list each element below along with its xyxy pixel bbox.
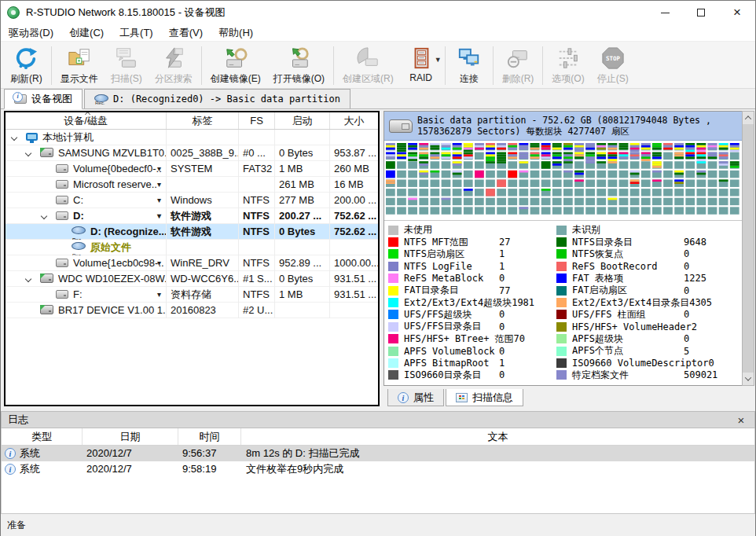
legend-item: Ext2/Ext3/Ext4超级块1981 bbox=[388, 296, 556, 308]
table-row-br17-device[interactable]: BR17 DEVICE V1.00 1.... 20160823#2 U... bbox=[6, 303, 378, 318]
legend-label: 特定档案文件 bbox=[572, 369, 684, 382]
create-image-button[interactable]: 创建镜像(E) bbox=[204, 43, 267, 88]
log-row[interactable]: 系统 2020/12/7 9:58:19 文件枚举在9秒内完成 bbox=[2, 461, 754, 477]
legend-count: 70 bbox=[514, 333, 525, 344]
create-region-button[interactable]: 创建区域(R) bbox=[336, 43, 400, 88]
legend-count: 1 bbox=[499, 358, 505, 369]
legend-item: 未使用 bbox=[388, 224, 556, 236]
tab-scan-information[interactable]: 扫描信息 bbox=[446, 389, 523, 406]
legend-item: ISO9660 VolumeDescriptor0 bbox=[556, 357, 742, 369]
raid-button[interactable]: ▼ RAID bbox=[400, 43, 442, 88]
status-bar: 准备 bbox=[1, 513, 755, 536]
close-button[interactable]: × bbox=[719, 1, 755, 24]
computer-icon bbox=[26, 133, 38, 141]
chevron-down-icon[interactable] bbox=[25, 276, 31, 282]
legend-color-swatch bbox=[556, 334, 567, 343]
chevron-down-icon[interactable] bbox=[25, 150, 31, 156]
volume-icon bbox=[56, 180, 68, 189]
legend-item: NTFS恢复点0 bbox=[556, 248, 742, 260]
menu-bar: 驱动器(D) 创建(C) 工具(T) 查看(V) 帮助(H) bbox=[1, 24, 755, 42]
title-bar: R-STUDIO Network 8.15.180015 - 设备视图 × bbox=[1, 1, 755, 24]
table-row-d-drive[interactable]: D:▾ 软件游戏NTFS200.27 ...752.62 ... bbox=[6, 208, 378, 224]
open-image-icon bbox=[286, 46, 311, 71]
table-row-wdc-disk[interactable]: WDC WD10EZEX-08W... WD-WCC6Y6...#1 S...0… bbox=[6, 271, 378, 287]
log-close-icon[interactable]: × bbox=[734, 413, 748, 427]
scroll-up-button[interactable] bbox=[743, 112, 754, 124]
column-header-size[interactable]: 大小 bbox=[330, 112, 378, 129]
column-header-label[interactable]: 标签 bbox=[167, 112, 239, 129]
dropdown-arrow-icon[interactable]: ▾ bbox=[157, 177, 161, 192]
toolbar-separator bbox=[542, 46, 543, 85]
log-table-header: 类型 日期 时间 文本 bbox=[2, 428, 754, 446]
tab-device-view[interactable]: 设备视图 bbox=[4, 89, 83, 109]
menu-view[interactable]: 查看(V) bbox=[161, 24, 211, 42]
dropdown-arrow-icon[interactable]: ▾ bbox=[157, 255, 161, 270]
show-files-button[interactable]: 显示文件 bbox=[54, 43, 105, 88]
dropdown-arrow-icon[interactable]: ▾ bbox=[157, 208, 161, 223]
legend-color-swatch bbox=[388, 237, 398, 247]
table-row-c-drive[interactable]: C:▾ WindowsNTFS277 MB200.00 ... bbox=[6, 193, 378, 208]
column-header-device[interactable]: 设备/磁盘 bbox=[6, 112, 167, 129]
table-row-volume-efi[interactable]: Volume{0bedecf0-..▾ SYSTEMFAT321 MB260 M… bbox=[6, 161, 378, 177]
raid-dropdown-arrow[interactable]: ▼ bbox=[435, 56, 442, 64]
tab-properties[interactable]: 属性 bbox=[387, 389, 444, 406]
table-row-samsung-disk[interactable]: SAMSUNG MZVLB1T0... 0025_388B_9...#0 ...… bbox=[6, 145, 378, 161]
column-header-fs[interactable]: FS bbox=[239, 112, 275, 129]
stop-button[interactable]: STOP 停止(S) bbox=[591, 43, 635, 88]
chevron-down-icon[interactable] bbox=[11, 134, 17, 141]
log-column-date[interactable]: 日期 bbox=[83, 428, 178, 445]
maximize-button[interactable] bbox=[683, 1, 719, 24]
dropdown-arrow-icon[interactable]: ▾ bbox=[157, 193, 161, 207]
log-column-text[interactable]: 文本 bbox=[241, 428, 754, 445]
tab-partition[interactable]: D: (Recognized0) -> Basic data partition bbox=[84, 89, 350, 108]
dropdown-arrow-icon[interactable]: ▾ bbox=[157, 287, 161, 302]
open-image-button[interactable]: 打开镜像(O) bbox=[267, 43, 331, 88]
dropdown-arrow-icon[interactable]: ▾ bbox=[157, 161, 161, 176]
scroll-down-button[interactable] bbox=[743, 373, 754, 385]
chevron-down-icon[interactable] bbox=[41, 213, 47, 219]
table-row-f-drive[interactable]: F:▾ 资料存储NTFS1 MB931.51 ... bbox=[6, 287, 378, 303]
connect-button[interactable]: 连接 bbox=[448, 43, 490, 88]
scan-info-panel: Basic data partition - 752.62 GB (808121… bbox=[384, 111, 743, 386]
column-header-boot[interactable]: 启动 bbox=[275, 112, 330, 129]
scan-button[interactable]: 扫描(S) bbox=[105, 43, 149, 88]
partition-search-button[interactable]: 分区搜索 bbox=[149, 43, 199, 88]
minimize-button[interactable] bbox=[647, 1, 683, 24]
table-row-raw-files[interactable]: 原始文件 bbox=[6, 240, 378, 255]
toolbar-separator bbox=[493, 46, 494, 85]
tab-properties-label: 属性 bbox=[413, 391, 434, 405]
options-button[interactable]: 选项(O) bbox=[545, 43, 590, 88]
menu-drive[interactable]: 驱动器(D) bbox=[1, 24, 61, 42]
legend-label: NTFS启动扇区 bbox=[404, 248, 499, 261]
refresh-icon bbox=[13, 46, 39, 71]
legend-item: UFS/FFS超级块0 bbox=[388, 309, 556, 321]
scan-block-map[interactable] bbox=[385, 142, 740, 215]
legend-color-swatch bbox=[388, 358, 398, 368]
delete-button[interactable]: 删除(R) bbox=[496, 43, 541, 88]
log-row[interactable]: 系统 2020/12/7 9:56:37 8m 12s 的 D: 扫描已完成 bbox=[2, 446, 754, 461]
menu-help[interactable]: 帮助(H) bbox=[211, 24, 261, 42]
legend-label: ISO9660目录条目 bbox=[404, 369, 499, 382]
legend-item: UFS/FFS目录条目0 bbox=[388, 321, 556, 332]
legend-color-swatch bbox=[556, 310, 567, 319]
volume-icon bbox=[56, 290, 68, 299]
log-column-time[interactable]: 时间 bbox=[178, 428, 241, 445]
legend-color-swatch bbox=[556, 298, 567, 307]
table-row-local-computer[interactable]: 本地计算机 bbox=[6, 130, 378, 145]
chevron-up-icon bbox=[745, 116, 751, 122]
menu-create[interactable]: 创建(C) bbox=[61, 24, 112, 42]
table-row-volume-winre[interactable]: Volume{1ecb0c98-..▾ WinRE_DRVNTFS952.89 … bbox=[6, 255, 378, 271]
refresh-button[interactable]: 刷新(R) bbox=[4, 43, 49, 88]
tab-device-view-label: 设备视图 bbox=[31, 92, 72, 106]
log-column-type[interactable]: 类型 bbox=[2, 428, 83, 445]
vertical-scrollbar[interactable] bbox=[742, 111, 754, 386]
properties-icon bbox=[398, 392, 409, 403]
table-row-msr[interactable]: Microsoft reserve..▾ 261 MB16 MB bbox=[6, 177, 378, 193]
legend-color-swatch bbox=[388, 322, 398, 332]
legend-color-swatch bbox=[388, 370, 398, 380]
legend-count: 509021 bbox=[684, 369, 717, 380]
legend-label: HFS/HFS+ BTree+ 范围 bbox=[404, 332, 514, 346]
legend-label: HFS/HFS+ VolumeHeader bbox=[572, 321, 692, 332]
table-row-d-recognized[interactable]: D: (Recognize... 软件游戏NTFS0 Bytes752.62 .… bbox=[6, 224, 378, 240]
menu-tools[interactable]: 工具(T) bbox=[112, 24, 161, 42]
